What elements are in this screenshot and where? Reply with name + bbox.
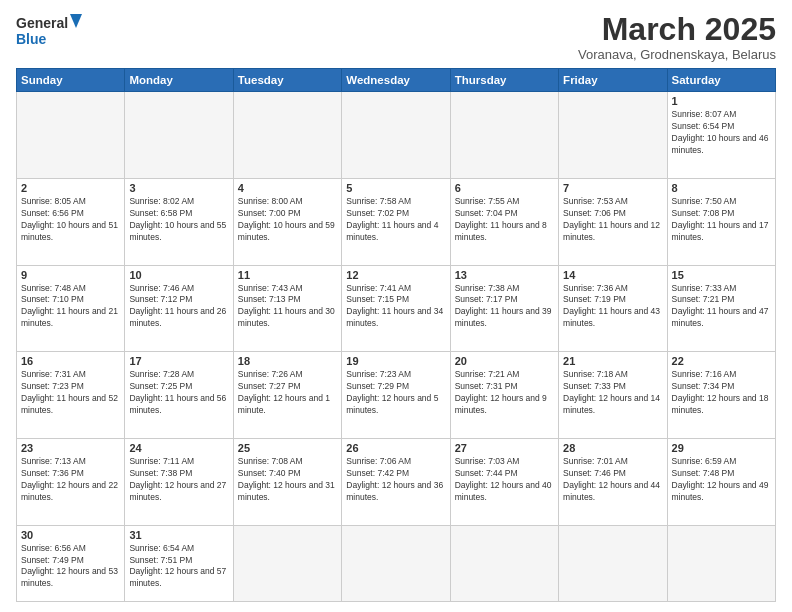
empty-cell — [17, 92, 125, 179]
day-18: 18 Sunrise: 7:26 AMSunset: 7:27 PMDaylig… — [233, 352, 341, 439]
day1-sunrise-label: Sunrise: — [672, 109, 706, 119]
calendar-row-3: 9 Sunrise: 7:48 AMSunset: 7:10 PMDayligh… — [17, 265, 776, 352]
empty-cell — [342, 525, 450, 601]
day-4: 4 Sunrise: 8:00 AMSunset: 7:00 PMDayligh… — [233, 178, 341, 265]
day-24: 24 Sunrise: 7:11 AMSunset: 7:38 PMDaylig… — [125, 439, 233, 526]
day-17: 17 Sunrise: 7:28 AMSunset: 7:25 PMDaylig… — [125, 352, 233, 439]
day-12: 12 Sunrise: 7:41 AMSunset: 7:15 PMDaylig… — [342, 265, 450, 352]
calendar-row-4: 16 Sunrise: 7:31 AMSunset: 7:23 PMDaylig… — [17, 352, 776, 439]
empty-cell — [233, 92, 341, 179]
day-13: 13 Sunrise: 7:38 AMSunset: 7:17 PMDaylig… — [450, 265, 558, 352]
calendar-row-2: 2 Sunrise: 8:05 AMSunset: 6:56 PMDayligh… — [17, 178, 776, 265]
day1-sunset: 6:54 PM — [703, 121, 735, 131]
header: GeneralBlue March 2025 Voranava, Grodnen… — [16, 12, 776, 62]
day-26: 26 Sunrise: 7:06 AMSunset: 7:42 PMDaylig… — [342, 439, 450, 526]
day-1: 1 Sunrise: 8:07 AM Sunset: 6:54 PM Dayli… — [667, 92, 775, 179]
day-27: 27 Sunrise: 7:03 AMSunset: 7:44 PMDaylig… — [450, 439, 558, 526]
calendar-row-5: 23 Sunrise: 7:13 AMSunset: 7:36 PMDaylig… — [17, 439, 776, 526]
day-28: 28 Sunrise: 7:01 AMSunset: 7:46 PMDaylig… — [559, 439, 667, 526]
empty-cell — [450, 92, 558, 179]
day-29: 29 Sunrise: 6:59 AMSunset: 7:48 PMDaylig… — [667, 439, 775, 526]
calendar-row-1: 1 Sunrise: 8:07 AM Sunset: 6:54 PM Dayli… — [17, 92, 776, 179]
empty-cell — [667, 525, 775, 601]
day-3: 3 Sunrise: 8:02 AMSunset: 6:58 PMDayligh… — [125, 178, 233, 265]
empty-cell — [450, 525, 558, 601]
day-23: 23 Sunrise: 7:13 AMSunset: 7:36 PMDaylig… — [17, 439, 125, 526]
calendar-row-6: 30 Sunrise: 6:56 AMSunset: 7:49 PMDaylig… — [17, 525, 776, 601]
day-5: 5 Sunrise: 7:58 AMSunset: 7:02 PMDayligh… — [342, 178, 450, 265]
svg-text:General: General — [16, 15, 68, 31]
header-friday: Friday — [559, 69, 667, 92]
day-16: 16 Sunrise: 7:31 AMSunset: 7:23 PMDaylig… — [17, 352, 125, 439]
empty-cell — [559, 92, 667, 179]
svg-marker-2 — [70, 14, 82, 28]
day-7: 7 Sunrise: 7:53 AMSunset: 7:06 PMDayligh… — [559, 178, 667, 265]
header-thursday: Thursday — [450, 69, 558, 92]
day-25: 25 Sunrise: 7:08 AMSunset: 7:40 PMDaylig… — [233, 439, 341, 526]
calendar-table: Sunday Monday Tuesday Wednesday Thursday… — [16, 68, 776, 602]
day-20: 20 Sunrise: 7:21 AMSunset: 7:31 PMDaylig… — [450, 352, 558, 439]
day-31: 31 Sunrise: 6:54 AMSunset: 7:51 PMDaylig… — [125, 525, 233, 601]
day-10: 10 Sunrise: 7:46 AMSunset: 7:12 PMDaylig… — [125, 265, 233, 352]
day-9: 9 Sunrise: 7:48 AMSunset: 7:10 PMDayligh… — [17, 265, 125, 352]
header-wednesday: Wednesday — [342, 69, 450, 92]
day-30: 30 Sunrise: 6:56 AMSunset: 7:49 PMDaylig… — [17, 525, 125, 601]
svg-text:Blue: Blue — [16, 31, 47, 47]
page: GeneralBlue March 2025 Voranava, Grodnen… — [0, 0, 792, 612]
day1-sunrise: 8:07 AM — [705, 109, 736, 119]
day-22: 22 Sunrise: 7:16 AMSunset: 7:34 PMDaylig… — [667, 352, 775, 439]
day-11: 11 Sunrise: 7:43 AMSunset: 7:13 PMDaylig… — [233, 265, 341, 352]
header-tuesday: Tuesday — [233, 69, 341, 92]
day1-sunset-label: Sunset: — [672, 121, 703, 131]
day-6: 6 Sunrise: 7:55 AMSunset: 7:04 PMDayligh… — [450, 178, 558, 265]
empty-cell — [233, 525, 341, 601]
month-title: March 2025 — [578, 12, 776, 47]
empty-cell — [342, 92, 450, 179]
header-monday: Monday — [125, 69, 233, 92]
weekday-header-row: Sunday Monday Tuesday Wednesday Thursday… — [17, 69, 776, 92]
location-subtitle: Voranava, Grodnenskaya, Belarus — [578, 47, 776, 62]
header-sunday: Sunday — [17, 69, 125, 92]
day-19: 19 Sunrise: 7:23 AMSunset: 7:29 PMDaylig… — [342, 352, 450, 439]
title-block: March 2025 Voranava, Grodnenskaya, Belar… — [578, 12, 776, 62]
empty-cell — [559, 525, 667, 601]
day1-daylight-label: Daylight: — [672, 133, 707, 143]
day-14: 14 Sunrise: 7:36 AMSunset: 7:19 PMDaylig… — [559, 265, 667, 352]
day-2: 2 Sunrise: 8:05 AMSunset: 6:56 PMDayligh… — [17, 178, 125, 265]
logo: GeneralBlue — [16, 12, 86, 48]
day-15: 15 Sunrise: 7:33 AMSunset: 7:21 PMDaylig… — [667, 265, 775, 352]
generalblue-logo-icon: GeneralBlue — [16, 12, 86, 48]
empty-cell — [125, 92, 233, 179]
day-8: 8 Sunrise: 7:50 AMSunset: 7:08 PMDayligh… — [667, 178, 775, 265]
day-21: 21 Sunrise: 7:18 AMSunset: 7:33 PMDaylig… — [559, 352, 667, 439]
header-saturday: Saturday — [667, 69, 775, 92]
